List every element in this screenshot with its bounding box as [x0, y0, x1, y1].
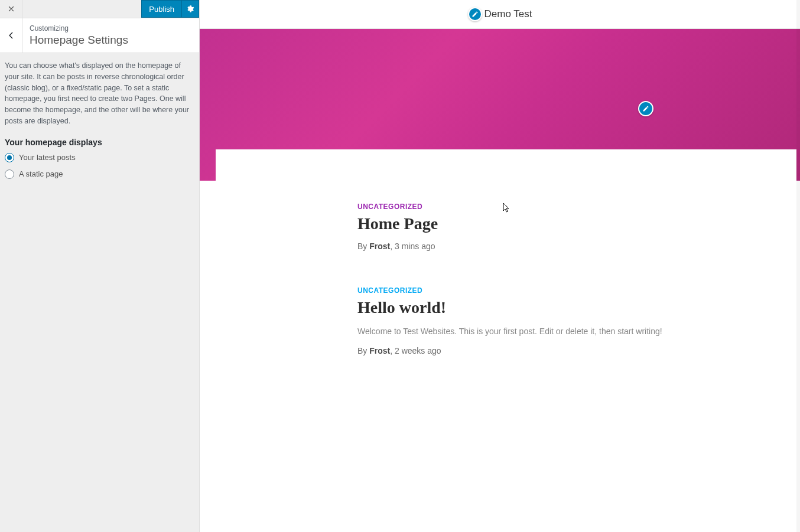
- post-by-label: By: [357, 346, 369, 355]
- section-eyebrow: Customizing: [30, 24, 128, 32]
- sidebar-topbar: Publish: [0, 0, 199, 18]
- section-description: You can choose what's displayed on the h…: [5, 60, 194, 127]
- post-by-label: By: [357, 241, 369, 251]
- preview-scrollbar[interactable]: [796, 0, 800, 532]
- publish-button-group: Publish: [141, 0, 199, 18]
- section-header: Customizing Homepage Settings: [0, 18, 199, 53]
- radio-label: A static page: [19, 169, 63, 178]
- subheading-homepage-displays: Your homepage displays: [5, 138, 194, 147]
- post-category[interactable]: UNCATEGORIZED: [357, 286, 736, 295]
- close-customizer-button[interactable]: [0, 0, 22, 18]
- site-title[interactable]: Demo Test: [484, 8, 532, 20]
- post-time: 3 mins ago: [395, 241, 435, 251]
- edit-site-title-button[interactable]: [468, 7, 482, 21]
- section-titles: Customizing Homepage Settings: [22, 18, 135, 53]
- site-header: Demo Test: [200, 0, 800, 28]
- back-button[interactable]: [0, 18, 22, 53]
- hero-edit-wrap: [638, 101, 653, 116]
- close-icon: [7, 5, 15, 13]
- post-title[interactable]: Hello world!: [357, 298, 736, 317]
- post-item: UNCATEGORIZED Hello world! Welcome to Te…: [357, 286, 736, 355]
- post-time: 2 weeks ago: [395, 346, 441, 355]
- radio-label: Your latest posts: [19, 153, 76, 162]
- pencil-icon: [471, 11, 479, 18]
- pencil-icon: [642, 105, 649, 112]
- post-author[interactable]: Frost: [369, 241, 390, 251]
- publish-settings-button[interactable]: [181, 0, 199, 18]
- gear-icon: [186, 5, 194, 13]
- radio-latest-posts[interactable]: Your latest posts: [5, 153, 194, 162]
- post-excerpt: Welcome to Test Websites. This is your f…: [357, 325, 736, 338]
- content-card: UNCATEGORIZED Home Page By Frost, 3 mins…: [216, 149, 796, 532]
- publish-button[interactable]: Publish: [141, 0, 181, 18]
- section-body: You can choose what's displayed on the h…: [0, 53, 199, 193]
- post-meta: By Frost, 3 mins ago: [357, 241, 736, 251]
- radio-icon: [5, 153, 14, 162]
- post-meta-separator: ,: [390, 241, 395, 251]
- post-meta: By Frost, 2 weeks ago: [357, 346, 736, 355]
- post-author[interactable]: Frost: [369, 346, 390, 355]
- post-title[interactable]: Home Page: [357, 214, 736, 233]
- post-meta-separator: ,: [390, 346, 395, 355]
- chevron-left-icon: [7, 31, 15, 40]
- radio-icon: [5, 169, 14, 179]
- post-category[interactable]: UNCATEGORIZED: [357, 203, 736, 211]
- customizer-sidebar: Publish Customizing Homepage Settings Yo…: [0, 0, 200, 532]
- post-item: UNCATEGORIZED Home Page By Frost, 3 mins…: [357, 203, 736, 251]
- site-preview: Demo Test UNCATEGORIZED Home Page By Fro…: [200, 0, 800, 532]
- edit-hero-button[interactable]: [638, 101, 653, 116]
- site-title-wrap: Demo Test: [468, 7, 532, 21]
- radio-static-page[interactable]: A static page: [5, 169, 194, 179]
- section-title: Homepage Settings: [30, 34, 128, 47]
